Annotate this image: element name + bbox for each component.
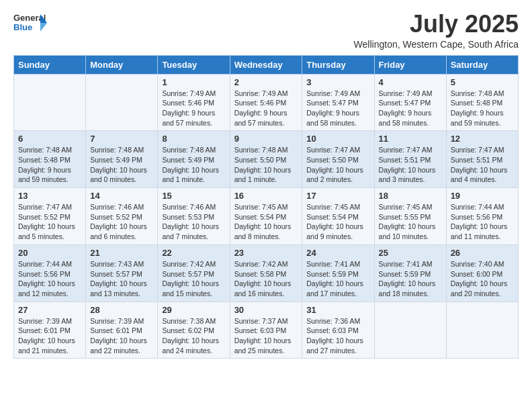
calendar-cell: 2Sunrise: 7:49 AM Sunset: 5:46 PM Daylig… bbox=[230, 74, 302, 131]
calendar-cell bbox=[86, 74, 158, 131]
day-info: Sunrise: 7:41 AM Sunset: 5:59 PM Dayligh… bbox=[379, 259, 442, 299]
day-number: 11 bbox=[379, 134, 442, 144]
day-info: Sunrise: 7:48 AM Sunset: 5:48 PM Dayligh… bbox=[18, 145, 81, 185]
day-number: 24 bbox=[306, 248, 369, 258]
calendar-cell: 28Sunrise: 7:39 AM Sunset: 6:01 PM Dayli… bbox=[86, 302, 158, 359]
day-number: 23 bbox=[234, 248, 298, 258]
day-number: 1 bbox=[162, 77, 225, 87]
calendar-cell: 17Sunrise: 7:45 AM Sunset: 5:54 PM Dayli… bbox=[302, 188, 374, 245]
calendar-cell: 4Sunrise: 7:49 AM Sunset: 5:47 PM Daylig… bbox=[374, 74, 446, 131]
week-row-3: 13Sunrise: 7:47 AM Sunset: 5:52 PM Dayli… bbox=[14, 188, 519, 245]
day-number: 12 bbox=[451, 134, 514, 144]
day-number: 6 bbox=[18, 134, 81, 144]
calendar-cell: 24Sunrise: 7:41 AM Sunset: 5:59 PM Dayli… bbox=[302, 244, 374, 302]
day-info: Sunrise: 7:42 AM Sunset: 5:58 PM Dayligh… bbox=[234, 259, 298, 299]
day-number: 2 bbox=[234, 77, 298, 87]
calendar-cell: 31Sunrise: 7:36 AM Sunset: 6:03 PM Dayli… bbox=[302, 302, 374, 359]
day-info: Sunrise: 7:48 AM Sunset: 5:49 PM Dayligh… bbox=[162, 145, 225, 185]
day-number: 28 bbox=[90, 305, 153, 315]
calendar-table: SundayMondayTuesdayWednesdayThursdayFrid… bbox=[13, 55, 519, 359]
week-row-4: 20Sunrise: 7:44 AM Sunset: 5:56 PM Dayli… bbox=[14, 244, 519, 302]
day-info: Sunrise: 7:40 AM Sunset: 6:00 PM Dayligh… bbox=[451, 259, 514, 299]
day-info: Sunrise: 7:49 AM Sunset: 5:46 PM Dayligh… bbox=[162, 89, 225, 128]
day-info: Sunrise: 7:39 AM Sunset: 6:01 PM Dayligh… bbox=[18, 316, 81, 356]
day-info: Sunrise: 7:47 AM Sunset: 5:52 PM Dayligh… bbox=[18, 202, 81, 242]
day-header-sunday: Sunday bbox=[14, 55, 86, 74]
day-info: Sunrise: 7:42 AM Sunset: 5:57 PM Dayligh… bbox=[162, 259, 225, 299]
day-number: 29 bbox=[162, 305, 225, 315]
week-row-5: 27Sunrise: 7:39 AM Sunset: 6:01 PM Dayli… bbox=[14, 302, 519, 359]
day-info: Sunrise: 7:46 AM Sunset: 5:53 PM Dayligh… bbox=[162, 202, 225, 242]
day-info: Sunrise: 7:37 AM Sunset: 6:03 PM Dayligh… bbox=[234, 316, 298, 356]
day-number: 22 bbox=[162, 248, 225, 258]
day-number: 17 bbox=[306, 191, 369, 201]
day-number: 8 bbox=[162, 134, 225, 144]
day-number: 4 bbox=[379, 77, 442, 87]
day-number: 14 bbox=[90, 191, 153, 201]
day-info: Sunrise: 7:43 AM Sunset: 5:57 PM Dayligh… bbox=[90, 259, 153, 299]
day-info: Sunrise: 7:48 AM Sunset: 5:48 PM Dayligh… bbox=[451, 89, 514, 128]
day-number: 5 bbox=[451, 77, 514, 87]
day-info: Sunrise: 7:47 AM Sunset: 5:51 PM Dayligh… bbox=[379, 145, 442, 185]
calendar-cell: 26Sunrise: 7:40 AM Sunset: 6:00 PM Dayli… bbox=[446, 244, 518, 302]
subtitle: Wellington, Western Cape, South Africa bbox=[354, 39, 519, 50]
day-info: Sunrise: 7:48 AM Sunset: 5:50 PM Dayligh… bbox=[234, 145, 298, 185]
logo: General Blue bbox=[13, 11, 47, 35]
calendar-cell: 27Sunrise: 7:39 AM Sunset: 6:01 PM Dayli… bbox=[14, 302, 86, 359]
day-info: Sunrise: 7:47 AM Sunset: 5:51 PM Dayligh… bbox=[451, 145, 514, 185]
day-header-friday: Friday bbox=[374, 55, 446, 74]
calendar-cell: 14Sunrise: 7:46 AM Sunset: 5:52 PM Dayli… bbox=[86, 188, 158, 245]
calendar-cell bbox=[374, 302, 446, 359]
week-row-2: 6Sunrise: 7:48 AM Sunset: 5:48 PM Daylig… bbox=[14, 131, 519, 188]
day-info: Sunrise: 7:45 AM Sunset: 5:54 PM Dayligh… bbox=[306, 202, 369, 242]
calendar-cell: 5Sunrise: 7:48 AM Sunset: 5:48 PM Daylig… bbox=[446, 74, 518, 131]
calendar-cell bbox=[14, 74, 86, 131]
header: General Blue July 2025 Wellington, Weste… bbox=[13, 11, 519, 50]
calendar-cell: 8Sunrise: 7:48 AM Sunset: 5:49 PM Daylig… bbox=[158, 131, 230, 188]
day-number: 25 bbox=[379, 248, 442, 258]
day-number: 31 bbox=[306, 305, 369, 315]
day-info: Sunrise: 7:41 AM Sunset: 5:59 PM Dayligh… bbox=[306, 259, 369, 299]
calendar-cell: 1Sunrise: 7:49 AM Sunset: 5:46 PM Daylig… bbox=[158, 74, 230, 131]
day-info: Sunrise: 7:39 AM Sunset: 6:01 PM Dayligh… bbox=[90, 316, 153, 356]
calendar-cell: 12Sunrise: 7:47 AM Sunset: 5:51 PM Dayli… bbox=[446, 131, 518, 188]
calendar-cell: 3Sunrise: 7:49 AM Sunset: 5:47 PM Daylig… bbox=[302, 74, 374, 131]
calendar-cell bbox=[446, 302, 518, 359]
day-number: 15 bbox=[162, 191, 225, 201]
day-info: Sunrise: 7:49 AM Sunset: 5:47 PM Dayligh… bbox=[379, 89, 442, 128]
logo-svg: General Blue bbox=[13, 11, 47, 35]
calendar-cell: 15Sunrise: 7:46 AM Sunset: 5:53 PM Dayli… bbox=[158, 188, 230, 245]
day-info: Sunrise: 7:45 AM Sunset: 5:55 PM Dayligh… bbox=[379, 202, 442, 242]
day-number: 16 bbox=[234, 191, 298, 201]
day-number: 3 bbox=[306, 77, 369, 87]
day-number: 21 bbox=[90, 248, 153, 258]
day-number: 26 bbox=[451, 248, 514, 258]
day-info: Sunrise: 7:49 AM Sunset: 5:46 PM Dayligh… bbox=[234, 89, 298, 128]
day-info: Sunrise: 7:45 AM Sunset: 5:54 PM Dayligh… bbox=[234, 202, 298, 242]
day-number: 30 bbox=[234, 305, 298, 315]
day-info: Sunrise: 7:47 AM Sunset: 5:50 PM Dayligh… bbox=[306, 145, 369, 185]
week-row-1: 1Sunrise: 7:49 AM Sunset: 5:46 PM Daylig… bbox=[14, 74, 519, 131]
day-info: Sunrise: 7:48 AM Sunset: 5:49 PM Dayligh… bbox=[90, 145, 153, 185]
calendar-cell: 11Sunrise: 7:47 AM Sunset: 5:51 PM Dayli… bbox=[374, 131, 446, 188]
day-info: Sunrise: 7:36 AM Sunset: 6:03 PM Dayligh… bbox=[306, 316, 369, 356]
calendar-cell: 30Sunrise: 7:37 AM Sunset: 6:03 PM Dayli… bbox=[230, 302, 302, 359]
day-number: 9 bbox=[234, 134, 298, 144]
calendar-cell: 25Sunrise: 7:41 AM Sunset: 5:59 PM Dayli… bbox=[374, 244, 446, 302]
day-header-wednesday: Wednesday bbox=[230, 55, 302, 74]
day-number: 10 bbox=[306, 134, 369, 144]
calendar-cell: 18Sunrise: 7:45 AM Sunset: 5:55 PM Dayli… bbox=[374, 188, 446, 245]
day-number: 13 bbox=[18, 191, 81, 201]
calendar-cell: 29Sunrise: 7:38 AM Sunset: 6:02 PM Dayli… bbox=[158, 302, 230, 359]
day-info: Sunrise: 7:49 AM Sunset: 5:47 PM Dayligh… bbox=[306, 89, 369, 128]
day-header-monday: Monday bbox=[86, 55, 158, 74]
calendar-cell: 22Sunrise: 7:42 AM Sunset: 5:57 PM Dayli… bbox=[158, 244, 230, 302]
calendar-cell: 16Sunrise: 7:45 AM Sunset: 5:54 PM Dayli… bbox=[230, 188, 302, 245]
title-block: July 2025 Wellington, Western Cape, Sout… bbox=[354, 11, 519, 50]
day-number: 20 bbox=[18, 248, 81, 258]
day-info: Sunrise: 7:44 AM Sunset: 5:56 PM Dayligh… bbox=[18, 259, 81, 299]
day-info: Sunrise: 7:44 AM Sunset: 5:56 PM Dayligh… bbox=[451, 202, 514, 242]
day-number: 19 bbox=[451, 191, 514, 201]
day-header-saturday: Saturday bbox=[446, 55, 518, 74]
calendar-cell: 10Sunrise: 7:47 AM Sunset: 5:50 PM Dayli… bbox=[302, 131, 374, 188]
